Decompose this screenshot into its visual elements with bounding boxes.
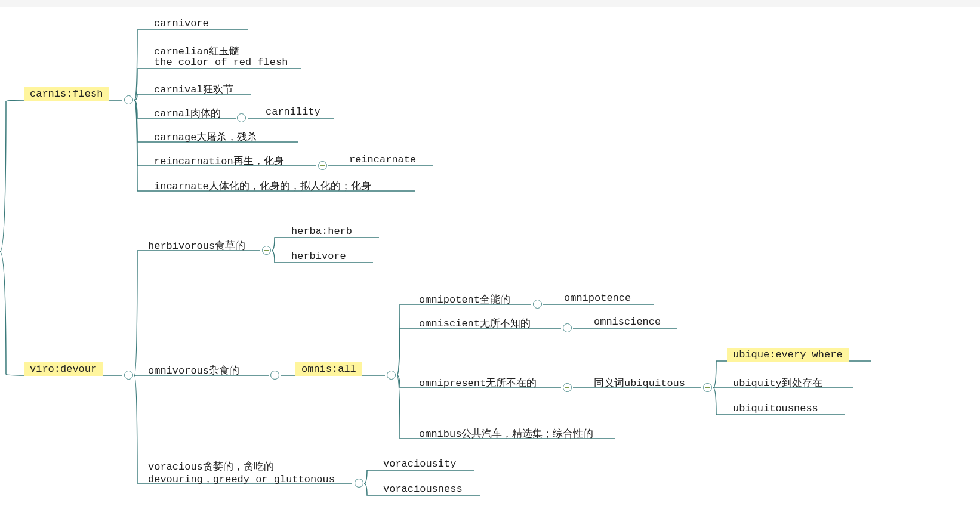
node-incarnate[interactable]: incarnate人体化的，化身的，拟人化的；化身 <box>148 178 377 194</box>
collapse-icon[interactable] <box>318 161 327 170</box>
node-syn-ubiquitous[interactable]: 同义词ubiquitous <box>588 375 691 391</box>
node-omnipotence[interactable]: omnipotence <box>558 291 637 305</box>
collapse-icon[interactable] <box>124 371 133 380</box>
collapse-icon[interactable] <box>262 246 271 255</box>
collapse-icon[interactable] <box>387 371 396 380</box>
collapse-icon[interactable] <box>563 383 572 392</box>
node-omnipotent[interactable]: omnipotent全能的 <box>413 291 516 307</box>
node-omnivorous[interactable]: omnivorous杂食的 <box>142 362 245 378</box>
collapse-icon[interactable] <box>237 113 246 122</box>
node-herbivore[interactable]: herbivore <box>285 249 352 263</box>
node-omniscient[interactable]: omniscient无所不知的 <box>413 315 537 331</box>
node-carnility[interactable]: carnility <box>260 105 326 119</box>
node-carnelian-line2: the color of red flesh <box>148 55 294 69</box>
node-ubiquitousness[interactable]: ubiquitousness <box>727 402 824 415</box>
node-reincarnation[interactable]: reincarnation再生，化身 <box>148 153 290 169</box>
node-carnival[interactable]: carnival狂欢节 <box>148 81 239 97</box>
node-reincarnate[interactable]: reincarnate <box>343 153 422 166</box>
node-omnipresent[interactable]: omnipresent无所不在的 <box>413 375 543 391</box>
node-omnibus[interactable]: omnibus公共汽车，精选集；综合性的 <box>413 425 599 442</box>
node-omniscience[interactable]: omniscience <box>588 315 667 329</box>
node-herba[interactable]: herba:herb <box>285 224 358 238</box>
collapse-icon[interactable] <box>124 95 133 104</box>
node-voraciousity[interactable]: voraciousity <box>377 457 462 471</box>
node-viro[interactable]: viro:devour <box>24 362 103 376</box>
node-voracious-line2: devouring，greedy or gluttonous <box>142 471 341 487</box>
collapse-icon[interactable] <box>703 383 712 392</box>
node-voraciousness[interactable]: voraciousness <box>377 482 469 496</box>
node-carnage[interactable]: carnage大屠杀，残杀 <box>148 129 263 145</box>
top-ruler <box>0 0 980 7</box>
node-carnivore[interactable]: carnivore <box>148 17 215 30</box>
node-carnis[interactable]: carnis:flesh <box>24 87 109 101</box>
node-ubique[interactable]: ubique:every where <box>727 348 849 362</box>
collapse-icon[interactable] <box>270 371 279 380</box>
node-ubiquity[interactable]: ubiquity到处存在 <box>727 375 828 391</box>
collapse-icon[interactable] <box>533 300 542 309</box>
node-carnal[interactable]: carnal肉体的 <box>148 105 227 121</box>
collapse-icon[interactable] <box>355 479 363 488</box>
node-omnis[interactable]: omnis:all <box>295 362 362 376</box>
collapse-icon[interactable] <box>563 323 572 332</box>
node-herbivorous[interactable]: herbivorous食草的 <box>142 238 251 254</box>
